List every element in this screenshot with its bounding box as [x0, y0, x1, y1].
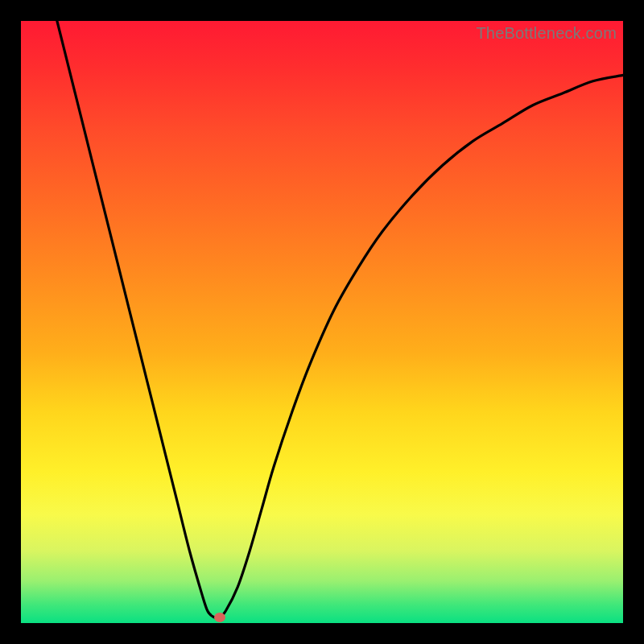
- bottleneck-curve: [57, 21, 623, 617]
- optimum-marker-icon: [214, 613, 225, 622]
- plot-area: TheBottleneck.com: [21, 21, 623, 623]
- curve-layer: [21, 21, 623, 623]
- chart-frame: TheBottleneck.com: [0, 0, 644, 644]
